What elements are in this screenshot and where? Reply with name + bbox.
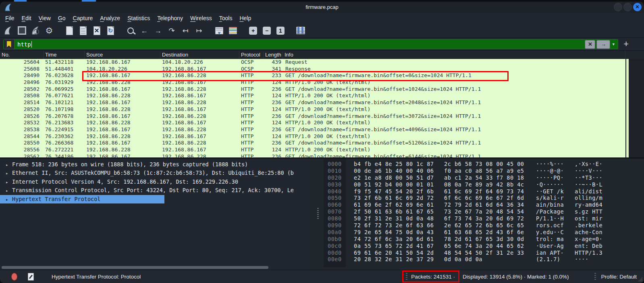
filter-text: http: [17, 41, 31, 48]
packet-row[interactable]: 28562 76.344186 192.168.86.167 192.168.8…: [0, 153, 625, 157]
hex-row[interactable]: 00c0 0a 55 73 65 72 2d 41 67 65 6e 74 3a…: [324, 243, 644, 249]
menu-item[interactable]: Go: [54, 13, 69, 23]
drag-handle-icon[interactable]: [406, 273, 407, 280]
status-profile[interactable]: Profile: Default: [601, 274, 637, 280]
menu-item[interactable]: Tools: [216, 13, 236, 23]
hex-row[interactable]: 00b0 74 72 6f 6c 3a 20 6d 61 78 2d 61 67…: [324, 236, 644, 243]
zoom-original-button[interactable]: 1: [275, 25, 286, 36]
column-header-no[interactable]: No.: [0, 51, 44, 59]
capture-options-button[interactable]: ⚙: [44, 25, 55, 36]
column-header-protocol[interactable]: Protocol: [239, 51, 264, 59]
minus-icon: −: [263, 27, 271, 35]
packet-row[interactable]: 28514 76.102121 192.168.86.167 192.168.8…: [0, 99, 625, 106]
previous-packet-button[interactable]: ↤: [180, 25, 191, 36]
packet-list-scrollbar[interactable]: [625, 59, 644, 157]
column-header-time[interactable]: Time: [44, 51, 85, 59]
detail-row[interactable]: ▸Transmission Control Protocol, Src Port…: [0, 186, 310, 195]
column-header-source[interactable]: Source: [85, 51, 160, 59]
capture-comment-icon[interactable]: [28, 273, 34, 281]
detail-row[interactable]: ▸Internet Protocol Version 4, Src: 192.1…: [0, 178, 310, 186]
open-file-button[interactable]: [64, 25, 75, 36]
menu-item[interactable]: Statistics: [124, 13, 154, 23]
save-file-button[interactable]: [77, 25, 89, 36]
packet-row[interactable]: 28538 76.224915 192.168.86.167 192.168.8…: [0, 126, 625, 133]
hex-row[interactable]: 0000 b4 fb e4 8e 25 80 1c 87 2c b6 58 73…: [324, 161, 644, 168]
zoom-out-button[interactable]: −: [261, 25, 272, 36]
display-filter-input[interactable]: http ✕ → ▾: [3, 39, 618, 49]
menu-item[interactable]: Edit: [18, 13, 35, 23]
search-icon: [127, 27, 134, 34]
stop-capture-button[interactable]: [16, 25, 27, 36]
drag-handle-icon[interactable]: [594, 273, 596, 280]
menu-item[interactable]: View: [35, 13, 54, 23]
find-packet-button[interactable]: [125, 25, 136, 36]
close-file-button[interactable]: ✕: [91, 25, 102, 36]
packet-row[interactable]: 28544 76.230362 192.168.86.228 192.168.8…: [0, 133, 625, 140]
expand-arrow-icon[interactable]: ▸: [6, 161, 12, 169]
expand-arrow-icon[interactable]: ▸: [6, 195, 12, 204]
packet-row[interactable]: 28520 76.107198 192.168.86.228 192.168.8…: [0, 106, 625, 113]
menu-item[interactable]: Analyze: [96, 13, 124, 23]
window-title: firmware.pcap: [0, 2, 644, 13]
column-header-length[interactable]: Length: [264, 51, 283, 59]
expert-info-icon[interactable]: [11, 273, 17, 281]
hex-row[interactable]: 0040 f9 f5 47 45 54 20 2f 6b 61 6c 69 2f…: [324, 188, 644, 195]
go-forward-button[interactable]: →: [152, 25, 164, 36]
resize-columns-button[interactable]: [295, 25, 306, 36]
close-button[interactable]: ✕: [633, 3, 642, 11]
expand-arrow-icon[interactable]: ▸: [6, 169, 12, 178]
hex-row[interactable]: 0070 2f 50 61 63 6b 61 67 65 73 2e 67 7a…: [324, 208, 644, 215]
expand-arrow-icon[interactable]: ▸: [6, 187, 12, 195]
packet-row[interactable]: 28556 76.272221 192.168.86.228 192.168.8…: [0, 147, 625, 153]
start-capture-button[interactable]: [2, 25, 14, 36]
hex-row[interactable]: 0030 00 51 92 b4 00 00 01 01 08 0a 7e 89…: [324, 181, 644, 188]
pane-splitter[interactable]: [310, 159, 324, 267]
hex-row[interactable]: 0020 e2 1e a8 d8 00 50 51 d7 ab c1 2a 54…: [324, 174, 644, 181]
zoom-in-button[interactable]: +: [247, 25, 259, 36]
packet-row[interactable]: 28550 76.266368 192.168.86.167 192.168.8…: [0, 140, 625, 147]
details-horizontal-scrollbar[interactable]: [2, 266, 268, 269]
packet-row[interactable]: 25608 51.448401 104.18.20.226 192.168.86…: [0, 66, 625, 73]
column-header-info[interactable]: Info: [283, 51, 625, 59]
packet-row[interactable]: 28526 76.207678 192.168.86.167 192.168.8…: [0, 113, 625, 120]
go-to-packet-button[interactable]: ↷: [166, 25, 177, 36]
hex-row[interactable]: 00e0 20 28 32 2e 31 2e 37 29 0d 0a 0d 0a…: [324, 256, 644, 263]
filter-apply-button[interactable]: →: [596, 40, 610, 49]
maximize-button[interactable]: [623, 3, 632, 11]
hex-row[interactable]: 00d0 69 61 6e 20 41 50 54 2d 48 54 54 50…: [324, 249, 644, 256]
filter-dropdown-button[interactable]: ▾: [612, 42, 615, 47]
restart-capture-button[interactable]: [30, 25, 41, 36]
detail-row[interactable]: ▸Hypertext Transfer Protocol: [0, 195, 164, 203]
detail-row[interactable]: ▸Frame 518: 236 bytes on wire (1888 bits…: [0, 160, 310, 169]
hex-row[interactable]: 0090 72 6f 72 73 2e 6f 63 66 2e 62 65 72…: [324, 222, 644, 229]
minimize-button[interactable]: [614, 3, 622, 11]
packet-row[interactable]: 28490 76.023628 192.168.86.167 192.168.8…: [0, 72, 625, 79]
filter-clear-button[interactable]: ✕: [585, 40, 595, 49]
filter-add-button[interactable]: +: [623, 39, 629, 49]
colorize-button[interactable]: [227, 25, 239, 36]
hex-row[interactable]: 00a0 79 2e 65 64 75 0d 0a 43 61 63 68 65…: [324, 229, 644, 236]
packet-row[interactable]: 28496 76.031929 192.168.86.228 192.168.8…: [0, 79, 625, 86]
menu-item[interactable]: File: [2, 13, 18, 23]
auto-scroll-button[interactable]: ▼: [214, 25, 225, 36]
reload-file-button[interactable]: ↻: [105, 25, 116, 36]
menu-item[interactable]: Capture: [69, 13, 97, 23]
hex-row[interactable]: 0010 00 de a6 1b 40 00 40 06 f0 aa c0 a8…: [324, 168, 644, 174]
filter-bookmark-button[interactable]: [4, 40, 15, 49]
packet-row[interactable]: 28532 76.213683 192.168.86.228 192.168.8…: [0, 119, 625, 126]
go-back-button[interactable]: ←: [139, 25, 150, 36]
menu-item[interactable]: Help: [236, 13, 255, 23]
packet-row[interactable]: 28502 76.069925 192.168.86.167 192.168.8…: [0, 86, 625, 93]
hex-row[interactable]: 0080 50 2f 31 2e 31 0d 0a 48 6f 73 74 3a…: [324, 215, 644, 222]
menu-item[interactable]: Wireless: [187, 13, 216, 23]
hex-row[interactable]: 0050 73 2f 6b 61 6c 69 2d 72 6f 6c 6c 69…: [324, 195, 644, 201]
next-packet-button[interactable]: ↦: [193, 25, 205, 36]
expand-arrow-icon[interactable]: ▸: [6, 178, 12, 187]
packet-row[interactable]: 25604 51.432118 192.168.86.167 104.18.20…: [0, 59, 625, 66]
packet-row[interactable]: 28508 76.077621 192.168.86.228 192.168.8…: [0, 92, 625, 99]
column-header-destination[interactable]: Destination: [160, 51, 239, 59]
hex-row[interactable]: 0060 61 69 6e 2f 62 69 6e 61 72 79 2d 61…: [324, 201, 644, 208]
plus-icon: +: [249, 27, 257, 35]
menu-item[interactable]: Telephony: [154, 13, 187, 23]
detail-row[interactable]: ▸Ethernet II, Src: ASUSTekCOMPU_b6:58:73…: [0, 169, 310, 177]
